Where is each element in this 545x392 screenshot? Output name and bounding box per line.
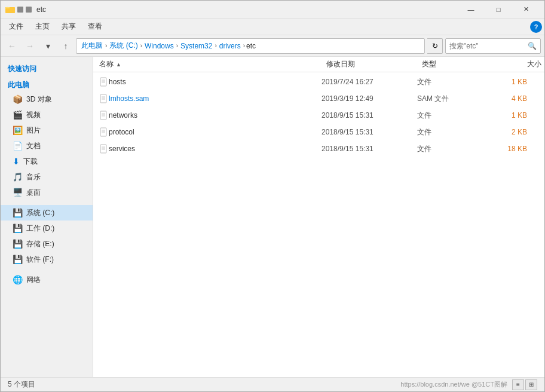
file-size-0: 1 KB — [489, 78, 537, 86]
address-bar[interactable]: 此电脑 › 系统 (C:) › Windows › System32 › dri… — [76, 38, 425, 54]
menu-file[interactable]: 文件 — [3, 19, 29, 34]
view-list-button[interactable]: ≡ — [512, 379, 524, 390]
title-bar: etc — □ ✕ — [1, 1, 544, 19]
view-buttons: ≡ ⊞ — [512, 379, 537, 390]
back-button[interactable]: ← — [4, 38, 20, 54]
addr-refresh-group: ↻ — [427, 38, 443, 54]
sidebar-item-downloads[interactable]: ⬇ 下载 — [1, 154, 93, 169]
sidebar-item-documents[interactable]: 📄 文档 — [1, 138, 93, 154]
sidebar-item-video[interactable]: 🎬 视频 — [1, 107, 93, 122]
forward-button[interactable]: → — [22, 38, 38, 54]
sidebar-item-pictures[interactable]: 🖼️ 图片 — [1, 122, 93, 138]
file-date-3: 2018/9/15 15:31 — [322, 128, 417, 136]
window-title: etc — [36, 5, 457, 14]
file-date-4: 2018/9/15 15:31 — [322, 145, 417, 153]
table-row[interactable]: services 2018/9/15 15:31 文件 18 KB — [93, 140, 544, 157]
table-row[interactable]: lmhosts.sam 2019/3/19 12:49 SAM 文件 4 KB — [93, 90, 544, 107]
sidebar-item-e-label: 存储 (E:) — [26, 239, 54, 249]
sidebar-item-desktop-label: 桌面 — [26, 188, 41, 198]
sidebar-item-music[interactable]: 🎵 音乐 — [1, 169, 93, 185]
sidebar-item-3d[interactable]: 📦 3D 对象 — [1, 91, 93, 107]
file-name-4: services — [109, 145, 322, 153]
sidebar-item-network[interactable]: 🌐 网络 — [1, 272, 93, 287]
sidebar: 快速访问 此电脑 📦 3D 对象 🎬 视频 🖼️ 图片 📄 文档 ⬇ 下载 — [1, 57, 93, 377]
crumb-windows[interactable]: Windows — [143, 42, 175, 50]
close-button[interactable]: ✕ — [512, 1, 540, 19]
maximize-button[interactable]: □ — [485, 1, 512, 19]
crumb-system32[interactable]: System32 — [179, 42, 213, 50]
svg-rect-20 — [100, 145, 106, 153]
file-date-2: 2018/9/15 15:31 — [322, 111, 417, 120]
table-row[interactable]: hosts 2019/7/24 16:27 文件 1 KB — [93, 74, 544, 90]
drive-c-icon: 💾 — [13, 208, 23, 218]
col-size-header[interactable]: 大小 — [494, 59, 541, 69]
sidebar-item-pictures-label: 图片 — [26, 125, 41, 136]
sidebar-item-downloads-label: 下载 — [23, 157, 38, 167]
network-icon: 🌐 — [13, 275, 23, 284]
drive-d-icon: 💾 — [13, 223, 23, 233]
pictures-icon: 🖼️ — [13, 125, 23, 135]
file-size-2: 1 KB — [489, 111, 537, 120]
downloads-icon: ⬇ — [13, 157, 20, 166]
file-type-2: 文件 — [417, 111, 489, 121]
file-type-4: 文件 — [417, 144, 489, 154]
dropdown-button[interactable]: ▾ — [40, 38, 56, 54]
table-row[interactable]: protocol 2018/9/15 15:31 文件 2 KB — [93, 124, 544, 140]
column-headers: 名称 ▲ 修改日期 类型 大小 — [93, 57, 544, 72]
svg-rect-12 — [100, 111, 106, 120]
menu-bar: 文件 主页 共享 查看 ? — [1, 19, 544, 35]
menu-home[interactable]: 主页 — [29, 19, 56, 34]
sidebar-item-3d-label: 3D 对象 — [26, 94, 52, 105]
file-icon — [99, 77, 109, 87]
file-size-1: 4 KB — [489, 94, 537, 103]
sidebar-item-c[interactable]: 💾 系统 (C:) — [1, 205, 93, 220]
folder-icon — [5, 5, 15, 14]
sidebar-item-c-label: 系统 (C:) — [26, 208, 54, 218]
col-name-label: 名称 — [99, 59, 114, 69]
file-date-0: 2019/7/24 16:27 — [322, 78, 417, 86]
help-button[interactable]: ? — [530, 21, 542, 33]
search-icon: 🔍 — [528, 42, 537, 50]
crumb-sep-3: › — [176, 42, 178, 49]
col-date-header[interactable]: 修改日期 — [326, 59, 422, 69]
sidebar-item-music-label: 音乐 — [26, 172, 41, 182]
col-type-header[interactable]: 类型 — [422, 59, 494, 69]
svg-rect-8 — [100, 94, 106, 103]
crumb-sep-2: › — [140, 42, 142, 49]
file-icon — [99, 94, 109, 103]
file-size-3: 2 KB — [489, 128, 537, 136]
crumb-sep-4: › — [215, 42, 216, 49]
svg-rect-3 — [26, 7, 32, 13]
menu-view[interactable]: 查看 — [82, 19, 108, 34]
crumb-pc[interactable]: 此电脑 — [80, 41, 104, 51]
file-name-2: networks — [109, 111, 322, 120]
watermark: https://blog.csdn.net/we @51CT图解 — [400, 380, 507, 389]
video-icon: 🎬 — [13, 110, 23, 120]
view-grid-button[interactable]: ⊞ — [525, 379, 537, 390]
search-box[interactable]: 🔍 — [445, 38, 541, 54]
refresh-button[interactable]: ↻ — [427, 38, 443, 54]
sidebar-network-label: 网络 — [26, 275, 41, 285]
sidebar-item-desktop[interactable]: 🖥️ 桌面 — [1, 185, 93, 200]
crumb-drivers[interactable]: drivers — [218, 42, 242, 50]
menu-share[interactable]: 共享 — [56, 19, 82, 34]
this-pc-label[interactable]: 此电脑 — [1, 78, 93, 91]
file-area: 名称 ▲ 修改日期 类型 大小 hosts — [93, 57, 544, 377]
main-area: 快速访问 此电脑 📦 3D 对象 🎬 视频 🖼️ 图片 📄 文档 ⬇ 下载 — [1, 57, 544, 377]
status-bar: 5 个项目 https://blog.csdn.net/we @51CT图解 ≡… — [1, 377, 544, 391]
col-name-header[interactable]: 名称 ▲ — [99, 59, 326, 69]
minimize-button[interactable]: — — [457, 1, 485, 19]
file-name-0: hosts — [109, 78, 322, 86]
quick-access-label[interactable]: 快速访问 — [1, 62, 93, 75]
table-row[interactable]: networks 2018/9/15 15:31 文件 1 KB — [93, 107, 544, 124]
file-size-4: 18 KB — [489, 145, 537, 153]
sidebar-item-e[interactable]: 💾 存储 (E:) — [1, 236, 93, 252]
crumb-c[interactable]: 系统 (C:) — [108, 41, 139, 51]
sidebar-item-f[interactable]: 💾 软件 (F:) — [1, 252, 93, 267]
up-button[interactable]: ↑ — [58, 38, 74, 54]
3d-icon: 📦 — [13, 94, 23, 104]
breadcrumb: 此电脑 › 系统 (C:) › Windows › System32 › dri… — [80, 41, 256, 51]
sidebar-item-d[interactable]: 💾 工作 (D:) — [1, 220, 93, 236]
svg-rect-4 — [100, 78, 106, 86]
search-input[interactable] — [449, 42, 525, 50]
